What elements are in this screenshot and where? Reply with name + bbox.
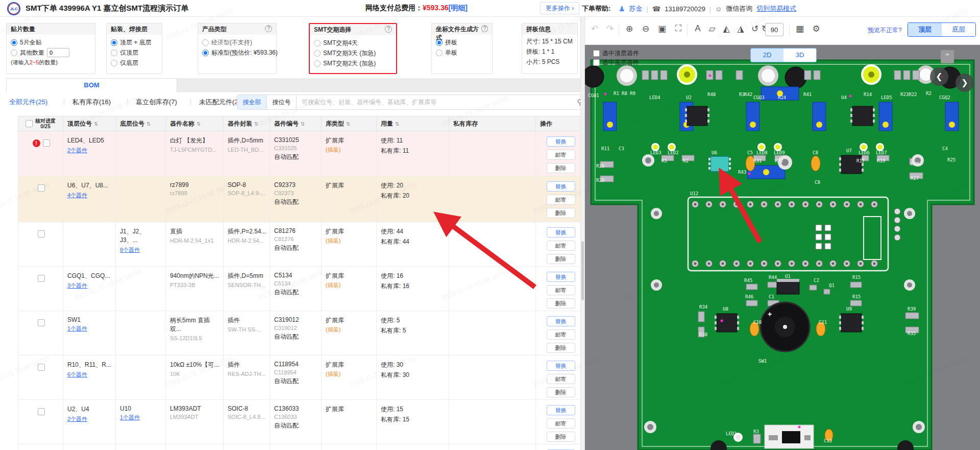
part-count-link[interactable]: 2个器件: [67, 147, 87, 154]
radio-icon[interactable]: [11, 39, 17, 46]
tab-bom[interactable]: BOM: [6, 78, 177, 92]
part-count-link[interactable]: 4个器件: [67, 192, 87, 199]
row-checkbox[interactable]: [38, 184, 45, 192]
filter-own-stock[interactable]: 私有库存(16): [72, 98, 111, 107]
zoom-out-icon[interactable]: ⊖: [639, 23, 652, 34]
radio-icon[interactable]: [436, 39, 443, 46]
switch-simple-mode-link[interactable]: 切到简易模式: [756, 4, 796, 13]
col-lib-type[interactable]: 库类型⇅: [322, 116, 377, 131]
mail-button[interactable]: 邮寄: [547, 195, 575, 205]
select-top-parts-checkbox[interactable]: 选中顶层器件: [593, 49, 639, 58]
filter-jlc-stock[interactable]: 嘉立创库存(7): [136, 98, 177, 107]
search-scope-all[interactable]: 搜全部: [237, 95, 267, 109]
select-all-checkbox[interactable]: [26, 120, 33, 127]
part-count-link[interactable]: 6个器件: [67, 371, 87, 378]
panel-splitter[interactable]: [580, 17, 585, 450]
delete-button[interactable]: 删除: [547, 343, 575, 353]
leadtime-option-2d[interactable]: SMT交期2天 (加急): [314, 58, 392, 68]
qty-option-other[interactable]: 其他数量: [11, 48, 91, 58]
zoom-in-icon[interactable]: ⊕: [623, 23, 636, 34]
replace-button[interactable]: 替换: [547, 361, 575, 371]
product-option-standard[interactable]: 标准型(预估价: ¥593.36): [202, 48, 272, 58]
radio-icon[interactable]: [111, 39, 117, 46]
product-option-economy[interactable]: 经济型(不支持): [202, 37, 272, 48]
help-icon[interactable]: ?: [481, 25, 488, 32]
bottom-layer-button[interactable]: 底层: [942, 23, 975, 36]
radio-icon[interactable]: [436, 50, 443, 56]
more-actions-button[interactable]: 更多操作 ›: [540, 2, 579, 14]
delete-button[interactable]: 删除: [547, 163, 575, 173]
mail-button[interactable]: 邮寄: [547, 150, 575, 160]
skew-icon[interactable]: ▱: [705, 23, 719, 34]
search-input[interactable]: [297, 95, 572, 109]
preview-issue-link[interactable]: 预览不正常?: [868, 26, 902, 35]
coord-option-single[interactable]: 单板: [436, 48, 488, 58]
radio-icon[interactable]: [111, 60, 117, 66]
part-count-link[interactable]: 1个器件: [120, 414, 140, 421]
replace-button[interactable]: 替换: [547, 272, 575, 282]
delete-button[interactable]: 删除: [547, 432, 575, 442]
bom-table-row[interactable]: C1、C22个器件10uF ±10% 16V10uF0805C0805C1713…: [18, 444, 585, 450]
col-part-number[interactable]: 器件编号⇅: [270, 116, 322, 131]
mail-button[interactable]: 邮寄: [547, 241, 575, 251]
bom-table-row[interactable]: CGQ1、CGQ...3个器件940nm的NPN光...PT333-3B插件,D…: [18, 267, 585, 311]
collapse-up-button[interactable]: ⌃: [941, 50, 954, 63]
pcb-canvas[interactable]: 选中顶层器件 选中底层器件 2D 3D ⌃ ❮ ❯: [585, 45, 980, 450]
bom-table-row[interactable]: J1、J2、J3、...8个器件直插HDR-M-2.54_1x1插件,P=2.5…: [18, 222, 585, 267]
filter-all-parts[interactable]: 全部元件(25): [9, 98, 47, 107]
radio-icon[interactable]: [314, 40, 321, 46]
replace-button[interactable]: 替换: [547, 136, 575, 147]
help-icon[interactable]: ?: [265, 25, 272, 32]
radio-icon[interactable]: [314, 50, 321, 57]
qty-option-all[interactable]: 5片全贴: [11, 37, 91, 48]
mail-button[interactable]: 邮寄: [547, 285, 575, 295]
row-checkbox[interactable]: [38, 364, 45, 371]
delete-button[interactable]: 删除: [547, 208, 575, 218]
row-checkbox[interactable]: [43, 139, 50, 147]
row-checkbox[interactable]: [38, 230, 45, 238]
radio-icon[interactable]: [111, 50, 117, 56]
row-checkbox[interactable]: [38, 408, 45, 415]
radio-icon[interactable]: [314, 60, 321, 67]
mode-2d-button[interactable]: 2D: [751, 49, 783, 62]
mail-button[interactable]: 邮寄: [547, 418, 575, 429]
top-layer-button[interactable]: 顶层: [908, 23, 942, 36]
col-bottom-designator[interactable]: 底层位号⇅: [116, 116, 166, 131]
qty-other-input[interactable]: [47, 48, 69, 57]
part-count-link[interactable]: 2个器件: [67, 415, 87, 423]
radio-icon[interactable]: [202, 50, 209, 56]
undo-icon[interactable]: ↶: [588, 23, 601, 34]
col-usage[interactable]: 用量⇅: [377, 116, 449, 131]
bom-table-row[interactable]: !LED4、LED52个器件白灯 【发光】TJ-L5FCMYGTD...插件,D…: [18, 131, 585, 176]
flip-vertical-icon[interactable]: ◮: [734, 23, 747, 34]
part-count-link[interactable]: 1个器件: [67, 325, 87, 333]
bom-table-row[interactable]: SW11个器件柄长5mm 直插双...SS-12D10L5插件SW-TH SS-…: [18, 311, 585, 356]
leadtime-option-3d[interactable]: SMT交期3天 (加急): [314, 48, 392, 58]
leadtime-option-4d[interactable]: SMT交期4天: [314, 38, 392, 48]
mail-button[interactable]: 邮寄: [547, 329, 575, 340]
screenshot-icon[interactable]: ▦: [793, 23, 806, 34]
layers-option-top[interactable]: 仅顶层: [111, 48, 158, 58]
mode-3d-button[interactable]: 3D: [783, 49, 816, 62]
col-top-designator[interactable]: 顶层位号⇅: [63, 116, 116, 131]
delete-button[interactable]: 删除: [547, 254, 575, 264]
prev-board-button[interactable]: ❮: [930, 67, 948, 86]
next-board-button[interactable]: ❯: [955, 74, 974, 92]
filter-unmatched[interactable]: 未匹配元件(2): [199, 98, 240, 107]
layers-option-both[interactable]: 顶层 + 底层: [111, 37, 158, 48]
fit-view-icon[interactable]: ⛶: [672, 23, 685, 34]
checkbox-icon[interactable]: [593, 59, 600, 66]
delete-button[interactable]: 删除: [547, 298, 575, 309]
box-zoom-icon[interactable]: ▣: [655, 23, 669, 34]
fee-detail-link[interactable]: [明细]: [449, 4, 468, 12]
flip-horizontal-icon[interactable]: ◭: [720, 23, 733, 34]
search-scope-designator[interactable]: 搜位号: [267, 95, 297, 109]
settings-gear-icon[interactable]: ⚙: [810, 23, 823, 34]
layers-option-bottom[interactable]: 仅底层: [111, 58, 158, 68]
rotation-input[interactable]: [765, 23, 783, 36]
bom-table-row[interactable]: U2、U42个器件U101个器件LM393ADTLM393ADTSOIC-8SO…: [18, 400, 585, 444]
col-footprint[interactable]: 器件封装⇅: [224, 116, 270, 131]
row-checkbox[interactable]: [38, 319, 45, 326]
replace-button[interactable]: 替换: [547, 316, 575, 326]
col-part-name[interactable]: 器件名称⇅: [166, 116, 224, 131]
